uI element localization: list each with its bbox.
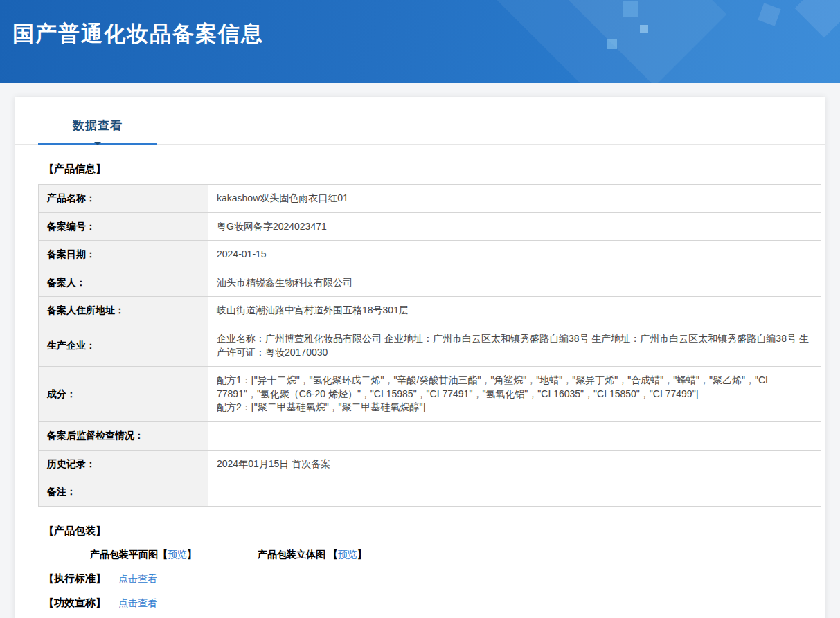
row-value: kakashow双头固色雨衣口红01 (208, 185, 821, 212)
page-title: 国产普通化妆品备案信息 (12, 19, 264, 48)
row-label: 备案后监督检查情况： (39, 422, 208, 450)
tab-bar: 数据查看 (15, 97, 825, 145)
row-label: 历史记录： (39, 451, 208, 478)
table-row-remarks: 备注： (39, 478, 821, 507)
row-value (208, 422, 821, 450)
packaging-flat-preview-link[interactable]: 预览 (168, 549, 187, 560)
row-label: 备案编号： (39, 213, 208, 241)
table-row-product-name: 产品名称： kakashow双头固色雨衣口红01 (39, 185, 821, 213)
product-info-table: 产品名称： kakashow双头固色雨衣口红01 备案编号： 粤G妆网备字202… (38, 184, 821, 507)
table-row-registrant-address: 备案人住所地址： 岐山街道潮汕路中宫村道外围五格18号301层 (39, 297, 821, 325)
section-title-product-info: 【产品信息】 (44, 163, 821, 176)
row-value: 企业名称：广州博萱雅化妆品有限公司 企业地址：广州市白云区太和镇秀盛路自编38号… (208, 325, 821, 366)
row-label: 成分： (39, 367, 208, 421)
row-value: 汕头市精锐鑫生物科技有限公司 (208, 269, 821, 297)
table-row-manufacturer: 生产企业： 企业名称：广州博萱雅化妆品有限公司 企业地址：广州市白云区太和镇秀盛… (39, 325, 821, 367)
table-row-history: 历史记录： 2024年01月15日 首次备案 (39, 451, 821, 479)
section-title-standards: 【执行标准】 (44, 572, 106, 585)
header-decoration (640, 25, 648, 33)
row-label: 产品名称： (39, 185, 208, 212)
section-title-packaging: 【产品包装】 (44, 525, 821, 538)
section-title-efficacy: 【功效宣称】 (44, 597, 106, 610)
tab-caret-icon (94, 142, 101, 145)
packaging-flat-label: 产品包装平面图【 (90, 549, 168, 560)
packaging-flat-bracket: 】 (187, 549, 197, 560)
page-header: 国产普通化妆品备案信息 (0, 0, 840, 83)
packaging-flat-item: 产品包装平面图【预览】 (90, 549, 199, 560)
standards-view-link[interactable]: 点击查看 (118, 573, 157, 584)
tab-data-view[interactable]: 数据查看 (38, 118, 157, 145)
header-decoration (607, 39, 617, 49)
row-value: 岐山街道潮汕路中宫村道外围五格18号301层 (208, 297, 821, 325)
packaging-solid-item: 产品包装立体图 【预览】 (258, 549, 367, 560)
tab-label: 数据查看 (73, 119, 123, 132)
packaging-solid-label: 产品包装立体图 【 (258, 549, 338, 560)
content-area: 【产品信息】 产品名称： kakashow双头固色雨衣口红01 备案编号： 粤G… (15, 163, 825, 610)
packaging-row: 产品包装平面图【预览】 产品包装立体图 【预览】 (90, 549, 821, 561)
row-label: 备案人住所地址： (39, 297, 208, 325)
table-row-registration-date: 备案日期： 2024-01-15 (39, 241, 821, 269)
row-label: 生产企业： (39, 325, 208, 366)
row-label: 备案人： (39, 269, 208, 297)
row-value (208, 478, 821, 506)
content-card: 数据查看 【产品信息】 产品名称： kakashow双头固色雨衣口红01 备案编… (15, 97, 825, 618)
table-row-ingredients: 成分： 配方1：["异十二烷"，"氢化聚环戊二烯"，"辛酸/癸酸甘油三酯"，"角… (39, 367, 821, 422)
table-row-registrant: 备案人： 汕头市精锐鑫生物科技有限公司 (39, 269, 821, 298)
row-value: 配方1：["异十二烷"，"氢化聚环戊二烯"，"辛酸/癸酸甘油三酯"，"角鲨烷"，… (208, 367, 821, 421)
table-row-registration-number: 备案编号： 粤G妆网备字2024023471 (39, 213, 821, 242)
row-label: 备案日期： (39, 241, 208, 269)
packaging-solid-bracket: 】 (357, 549, 367, 560)
header-decoration (623, 1, 638, 17)
row-value: 粤G妆网备字2024023471 (208, 213, 821, 241)
row-value: 2024-01-15 (208, 241, 821, 269)
row-value: 2024年01月15日 首次备案 (208, 451, 821, 478)
efficacy-view-link[interactable]: 点击查看 (118, 597, 157, 608)
standards-row: 【执行标准】 点击查看 (44, 572, 821, 585)
row-label: 备注： (39, 478, 208, 506)
packaging-solid-preview-link[interactable]: 预览 (338, 549, 357, 560)
efficacy-row: 【功效宣称】 点击查看 (44, 597, 821, 610)
table-row-supervision-check: 备案后监督检查情况： (39, 422, 821, 451)
